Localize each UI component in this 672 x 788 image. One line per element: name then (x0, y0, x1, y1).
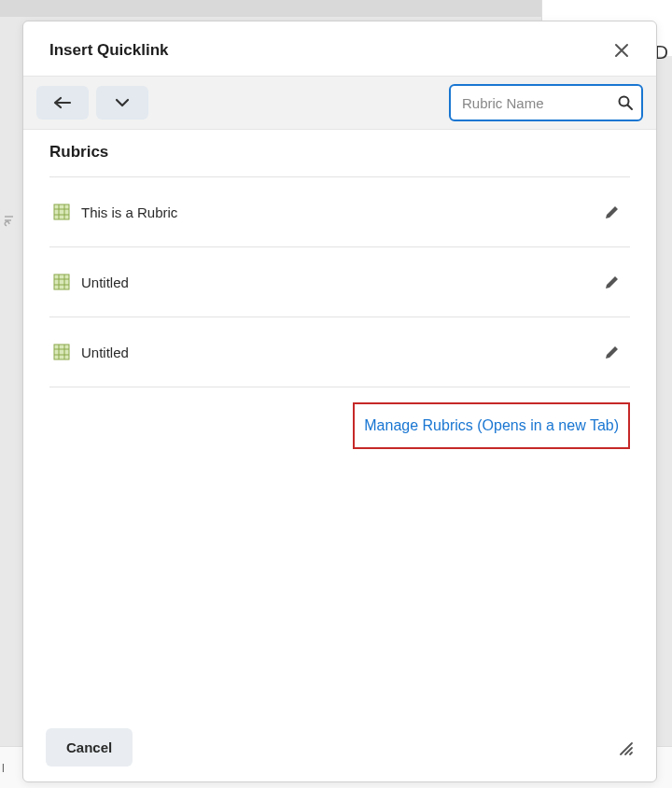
list-item[interactable]: Untitled (49, 317, 630, 387)
modal-title: Insert Quicklink (49, 41, 169, 60)
modal-header: Insert Quicklink (23, 21, 656, 76)
section-title: Rubrics (49, 143, 630, 177)
back-button[interactable] (36, 86, 89, 120)
rubric-icon (53, 344, 70, 360)
pencil-icon (604, 274, 621, 290)
rubric-icon (53, 274, 70, 290)
resize-handle-icon[interactable] (617, 739, 634, 756)
modal-footer: Cancel (23, 713, 656, 781)
close-button[interactable] (609, 38, 634, 63)
svg-rect-1 (54, 204, 69, 219)
chevron-down-icon (115, 98, 130, 107)
manage-rubrics-link[interactable]: Manage Rubrics (Opens in a new Tab) (364, 417, 619, 433)
search-wrap (449, 84, 643, 121)
rubric-label: Untitled (81, 345, 598, 360)
rubric-label: This is a Rubric (81, 204, 598, 220)
list-item[interactable]: Untitled (49, 247, 630, 317)
manage-rubrics-highlight: Manage Rubrics (Opens in a new Tab) (353, 402, 630, 449)
cancel-button[interactable]: Cancel (46, 728, 133, 767)
toolbar (23, 76, 656, 130)
dropdown-button[interactable] (96, 86, 148, 120)
pencil-icon (604, 344, 621, 360)
rubric-label: Untitled (81, 274, 598, 290)
svg-rect-2 (54, 274, 69, 289)
edit-button[interactable] (598, 198, 626, 226)
modal-body: Rubrics This is a Rubric Untitled Untit (23, 130, 656, 713)
insert-quicklink-modal: Insert Quicklink Rubrics This is a Rubri… (22, 21, 657, 782)
edit-button[interactable] (598, 338, 626, 366)
rubric-icon (53, 204, 70, 220)
list-item[interactable]: This is a Rubric (49, 177, 630, 247)
svg-rect-3 (54, 345, 69, 359)
close-icon (613, 42, 630, 59)
background-bottom-text: l (2, 761, 5, 775)
search-input[interactable] (449, 84, 643, 121)
pencil-icon (604, 204, 621, 220)
arrow-left-icon (53, 96, 72, 109)
edit-button[interactable] (598, 268, 626, 296)
background-format-icon (2, 213, 21, 235)
